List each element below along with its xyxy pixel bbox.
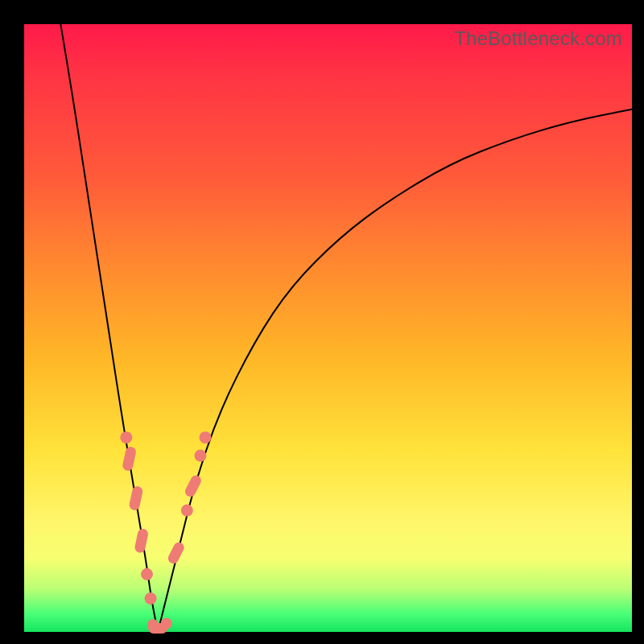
marker-pill xyxy=(184,473,203,498)
curve-right-branch xyxy=(158,109,632,632)
plot-area: TheBottleneck.com xyxy=(24,24,632,632)
marker-dot xyxy=(141,568,153,580)
marker-dot xyxy=(145,592,157,605)
chart-frame: TheBottleneck.com xyxy=(0,0,644,644)
marker-dot xyxy=(181,505,193,517)
curve-layer xyxy=(24,24,632,632)
marker-pill xyxy=(167,540,186,565)
marker-pill xyxy=(134,528,149,554)
marker-dot xyxy=(161,617,172,629)
marker-pill xyxy=(122,446,137,472)
marker-dot xyxy=(199,431,211,444)
marker-dot xyxy=(120,431,132,444)
marker-pill xyxy=(128,485,143,511)
marker-dot xyxy=(194,450,206,462)
